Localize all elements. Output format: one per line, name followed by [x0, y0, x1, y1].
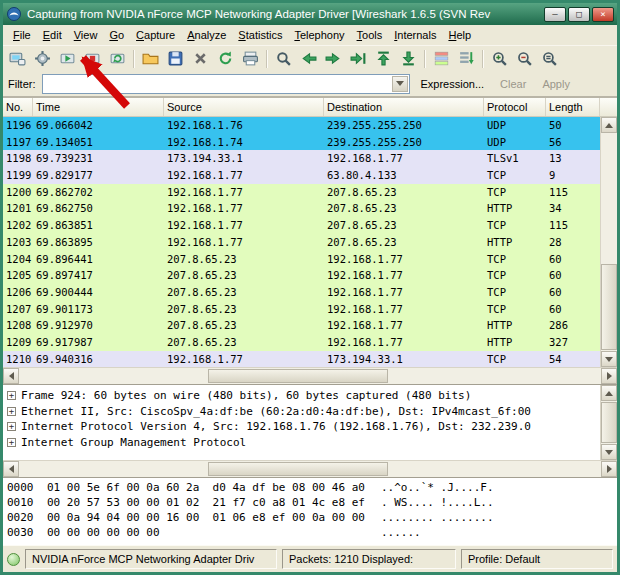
capture-start-button[interactable]	[55, 47, 80, 71]
packet-no: 1196	[3, 117, 33, 134]
apply-button[interactable]: Apply	[537, 76, 575, 92]
capture-stop-button[interactable]	[80, 47, 105, 71]
menu-help[interactable]: Help	[442, 27, 477, 43]
detail-line[interactable]: +Internet Group Management Protocol	[7, 435, 597, 451]
scroll-left-icon[interactable]	[3, 368, 19, 384]
save-icon	[167, 50, 184, 67]
expression-button[interactable]: Expression...	[416, 76, 490, 92]
goto-packet-button[interactable]	[346, 47, 371, 71]
packet-row[interactable]: 119869.739231173.194.33.1192.168.1.77TLS…	[3, 150, 600, 167]
packet-list-vscrollbar[interactable]	[600, 117, 617, 367]
packet-row[interactable]: 120069.862702192.168.1.77207.8.65.23TCP1…	[3, 184, 600, 201]
menu-edit[interactable]: Edit	[37, 27, 68, 43]
scroll-right-icon[interactable]	[601, 461, 617, 477]
hex-bytes: 00 00 00 00 00 00	[47, 526, 381, 541]
detail-line[interactable]: +Frame 924: 60 bytes on wire (480 bits),…	[7, 388, 597, 404]
open-button[interactable]	[138, 47, 163, 71]
menu-internals[interactable]: Internals	[388, 27, 442, 43]
scroll-down-icon[interactable]	[601, 444, 617, 460]
packet-list-hscrollbar[interactable]	[3, 367, 617, 384]
packet-destination: 192.168.1.77	[324, 251, 484, 268]
column-header-length[interactable]: Length	[546, 98, 600, 116]
packet-row[interactable]: 120969.917987207.8.65.23192.168.1.77HTTP…	[3, 334, 600, 351]
filter-dropdown-arrow-icon[interactable]	[392, 76, 408, 92]
packet-protocol: HTTP	[484, 317, 546, 334]
packet-row[interactable]: 120269.863851192.168.1.77207.8.65.23TCP1…	[3, 217, 600, 234]
packet-row[interactable]: 119969.829177192.168.1.7763.80.4.133TCP9	[3, 167, 600, 184]
menu-view[interactable]: View	[68, 27, 104, 43]
menu-capture[interactable]: Capture	[130, 27, 181, 43]
packet-row[interactable]: 120569.897417207.8.65.23192.168.1.77TCP6…	[3, 267, 600, 284]
expander-icon[interactable]: +	[7, 438, 16, 447]
forward-button[interactable]	[321, 47, 346, 71]
print-button[interactable]	[238, 47, 263, 71]
expander-icon[interactable]: +	[7, 407, 16, 416]
hscroll-thumb[interactable]	[208, 369, 388, 383]
capture-restart-button[interactable]	[105, 47, 130, 71]
menu-statistics[interactable]: Statistics	[232, 27, 288, 43]
filter-combobox[interactable]	[42, 74, 410, 94]
details-vscrollbar[interactable]	[600, 385, 617, 460]
packet-row[interactable]: 120469.896441207.8.65.23192.168.1.77TCP6…	[3, 251, 600, 268]
capture-options-button[interactable]	[30, 47, 55, 71]
autoscroll-button[interactable]	[454, 47, 479, 71]
hscroll-thumb[interactable]	[208, 462, 388, 476]
packet-destination: 207.8.65.23	[324, 217, 484, 234]
minimize-button[interactable]: –	[544, 7, 566, 22]
packet-row[interactable]: 120669.900444207.8.65.23192.168.1.77TCP6…	[3, 284, 600, 301]
detail-line[interactable]: +Ethernet II, Src: CiscoSpv_4a:df:be (60…	[7, 404, 597, 420]
vscroll-thumb[interactable]	[601, 264, 617, 350]
packet-row[interactable]: 119669.066042192.168.1.76239.255.255.250…	[3, 117, 600, 134]
column-header-protocol[interactable]: Protocol	[484, 98, 546, 116]
menu-analyze[interactable]: Analyze	[181, 27, 232, 43]
expander-icon[interactable]: +	[7, 391, 16, 400]
column-header-destination[interactable]: Destination	[324, 98, 484, 116]
close-button[interactable]: ×	[592, 7, 614, 22]
detail-line[interactable]: +Internet Protocol Version 4, Src: 192.1…	[7, 419, 597, 435]
zoom-out-button[interactable]	[512, 47, 537, 71]
back-button[interactable]	[296, 47, 321, 71]
packet-row[interactable]: 121069.940316192.168.1.77173.194.33.1TCP…	[3, 351, 600, 367]
menu-file[interactable]: File	[7, 27, 37, 43]
packet-destination: 192.168.1.77	[324, 334, 484, 351]
scroll-left-icon[interactable]	[3, 461, 19, 477]
expander-icon[interactable]: +	[7, 422, 16, 431]
column-header-no[interactable]: No.	[3, 98, 33, 116]
close-button[interactable]	[188, 47, 213, 71]
packet-destination: 192.168.1.77	[324, 150, 484, 167]
column-header-time[interactable]: Time	[33, 98, 164, 116]
packet-row[interactable]: 120769.901173207.8.65.23192.168.1.77TCP6…	[3, 301, 600, 318]
packet-no: 1209	[3, 334, 33, 351]
window-controls: – □ ×	[544, 7, 614, 22]
menu-telephony[interactable]: Telephony	[288, 27, 350, 43]
column-header-source[interactable]: Source	[164, 98, 324, 116]
clear-button[interactable]: Clear	[495, 76, 531, 92]
expert-info-icon[interactable]	[7, 553, 20, 566]
detail-text: Frame 924: 60 bytes on wire (480 bits), …	[21, 389, 471, 402]
packet-length: 60	[546, 284, 600, 301]
packet-row[interactable]: 120869.912970207.8.65.23192.168.1.77HTTP…	[3, 317, 600, 334]
zoom-out-icon	[516, 50, 533, 67]
scroll-down-icon[interactable]	[601, 351, 617, 367]
goto-top-button[interactable]	[371, 47, 396, 71]
find-button[interactable]	[271, 47, 296, 71]
colorize-button[interactable]	[429, 47, 454, 71]
zoom-100-button[interactable]	[537, 47, 562, 71]
details-vscroll-thumb[interactable]	[601, 402, 617, 443]
filter-input[interactable]	[44, 76, 391, 92]
goto-bottom-button[interactable]	[396, 47, 421, 71]
maximize-button[interactable]: □	[568, 7, 590, 22]
zoom-in-button[interactable]	[487, 47, 512, 71]
interfaces-button[interactable]	[5, 47, 30, 71]
details-hscrollbar[interactable]	[3, 460, 617, 477]
packet-row[interactable]: 120169.862750192.168.1.77207.8.65.23HTTP…	[3, 200, 600, 217]
menu-go[interactable]: Go	[103, 27, 130, 43]
scroll-up-icon[interactable]	[601, 117, 617, 133]
save-button[interactable]	[163, 47, 188, 71]
menu-tools[interactable]: Tools	[351, 27, 389, 43]
packet-row[interactable]: 119769.134051192.168.1.74239.255.255.250…	[3, 134, 600, 151]
reload-button[interactable]	[213, 47, 238, 71]
packet-row[interactable]: 120369.863895192.168.1.77207.8.65.23HTTP…	[3, 234, 600, 251]
scroll-up-icon[interactable]	[601, 385, 617, 401]
scroll-right-icon[interactable]	[601, 368, 617, 384]
